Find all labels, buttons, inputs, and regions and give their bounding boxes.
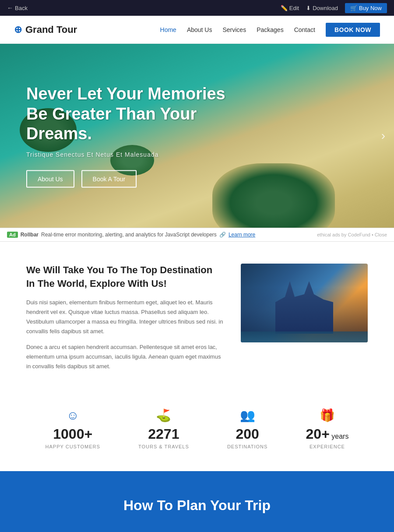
ad-badge: Ad (7, 232, 18, 238)
stat-smile-icon: ☺ (46, 409, 100, 423)
edit-button[interactable]: ✏️ Edit (281, 5, 299, 11)
stat-ship-icon: ⛳ (138, 408, 189, 423)
stat-destinations: 👥 200 Destinations (227, 408, 267, 449)
stat-label-4: Experience (306, 444, 349, 449)
stat-label-3: Destinations (227, 444, 267, 449)
logo-icon: ⊕ (14, 24, 22, 35)
about-para-1: Duis nisi sapien, elementum finibus ferm… (26, 298, 223, 336)
nav-contact[interactable]: Contact (294, 26, 315, 33)
back-button[interactable]: ← Back (7, 4, 28, 11)
nav-home[interactable]: Home (160, 26, 176, 33)
book-now-button[interactable]: BOOK NOW (326, 23, 380, 37)
navbar: ⊕ Grand Tour Home About Us Services Pack… (0, 16, 394, 44)
logo[interactable]: ⊕ Grand Tour (14, 24, 77, 35)
about-image (241, 264, 368, 342)
ad-bar-left: Ad Rollbar Real-time error monitoring, a… (7, 232, 255, 238)
nav-about[interactable]: About Us (187, 26, 212, 33)
buy-now-button[interactable]: 🛒 Buy Now (345, 3, 387, 13)
stat-people-icon: 👥 (227, 408, 267, 423)
hero-content: Never Let Your Memories Be Greater Than … (26, 84, 236, 188)
about-heading-bold: Explore With Us! (90, 278, 167, 289)
nav-packages[interactable]: Packages (257, 26, 283, 33)
hero-title: Never Let Your Memories Be Greater Than … (26, 84, 236, 144)
back-label: Back (15, 5, 28, 11)
about-section: We Will Take You To The Top Destination … (0, 242, 394, 399)
ad-bar: Ad Rollbar Real-time error monitoring, a… (0, 228, 394, 242)
about-heading: We Will Take You To The Top Destination … (26, 264, 223, 291)
cart-icon: 🛒 (350, 5, 357, 11)
plan-title: How To Plan Your Trip (18, 497, 376, 514)
link-icon: 🔗 (219, 232, 226, 238)
top-bar: ← Back ✏️ Edit ⬇ Download 🛒 Buy Now (0, 0, 394, 16)
hero-section: Never Let Your Memories Be Greater Than … (0, 44, 394, 228)
ad-text: Real-time error monitoring, alerting, an… (41, 232, 217, 238)
stat-happy-customers: ☺ 1000+ Happy Customers (46, 409, 100, 449)
plan-section: How To Plan Your Trip ✈ Pick Destination… (0, 471, 394, 532)
logo-text: Grand Tour (25, 24, 77, 35)
download-button[interactable]: ⬇ Download (306, 5, 338, 11)
nav-links: Home About Us Services Packages Contact … (160, 23, 380, 37)
back-arrow-icon: ← (7, 4, 13, 11)
stat-gift-icon: 🎁 (306, 408, 349, 423)
stat-label-2: Tours & Travels (138, 444, 189, 449)
hero-buttons: About Us Book A Tour (26, 170, 236, 187)
stat-number-2: 2271 (138, 426, 189, 442)
stat-tours: ⛳ 2271 Tours & Travels (138, 408, 189, 449)
stat-label-1: Happy Customers (46, 444, 100, 449)
about-para-2: Donec a arcu et sapien hendrerit accumsa… (26, 342, 223, 371)
edit-icon: ✏️ (281, 5, 288, 11)
ad-brand: Rollbar (21, 232, 39, 238)
download-label: Download (313, 5, 338, 11)
nav-services[interactable]: Services (222, 26, 246, 33)
stats-section: ☺ 1000+ Happy Customers ⛳ 2271 Tours & T… (0, 399, 394, 471)
buy-now-label: Buy Now (359, 5, 382, 11)
about-text: We Will Take You To The Top Destination … (26, 264, 223, 377)
stat-number-1: 1000+ (46, 426, 100, 442)
hero-next-arrow[interactable]: › (381, 129, 385, 143)
water-reflection (241, 331, 368, 342)
ad-bar-right[interactable]: ethical ads by CodeFund • Close (317, 232, 387, 237)
ad-learn-more[interactable]: Learn more (229, 232, 255, 238)
edit-label: Edit (289, 5, 299, 11)
stat-experience: 🎁 20+ years Experience (306, 408, 349, 449)
download-icon: ⬇ (306, 5, 311, 11)
hero-about-button[interactable]: About Us (26, 170, 74, 187)
stat-number-3: 200 (227, 426, 267, 442)
hero-subtitle: Tristique Senectus Et Netus Et Malesuada (26, 151, 236, 158)
stat-number-4: 20+ years (306, 426, 349, 442)
hero-book-button[interactable]: Book A Tour (81, 170, 137, 187)
